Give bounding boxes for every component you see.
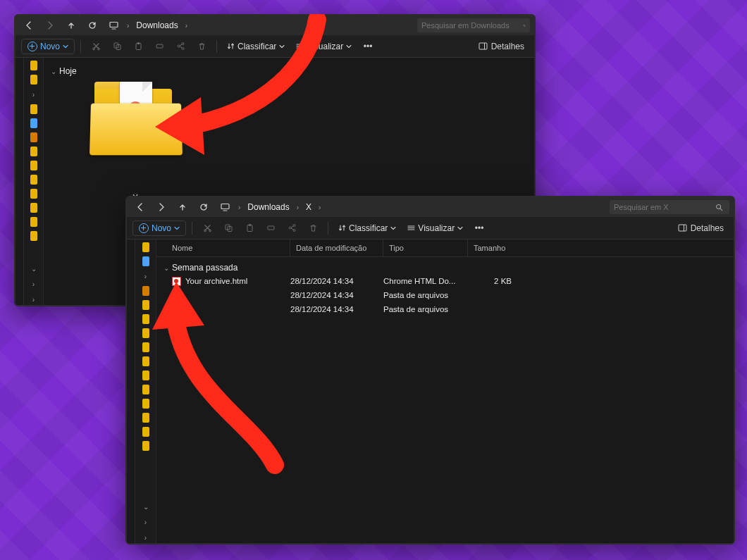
nav-item[interactable] xyxy=(30,175,37,185)
sort-button[interactable]: Classificar xyxy=(334,222,400,235)
nav-item[interactable] xyxy=(30,118,37,128)
search-input[interactable] xyxy=(421,21,519,30)
nav-item[interactable] xyxy=(30,147,37,156)
share-icon[interactable] xyxy=(171,39,190,54)
paste-icon[interactable] xyxy=(240,220,259,236)
svg-point-22 xyxy=(293,225,295,227)
file-size: 2 KB xyxy=(468,277,517,285)
file-row[interactable]: 28/12/2024 14:34Pasta de arquivos xyxy=(156,288,734,302)
cut-icon[interactable] xyxy=(87,39,105,54)
nav-item[interactable] xyxy=(142,328,149,338)
new-label: Novo xyxy=(40,42,60,51)
nav-item[interactable] xyxy=(30,132,37,142)
nav-item[interactable] xyxy=(142,399,149,409)
column-headers[interactable]: Nome Data de modificação Tipo Tamanho xyxy=(156,239,734,257)
search-input[interactable] xyxy=(614,203,711,211)
more-icon[interactable]: ••• xyxy=(470,220,488,236)
nav-item[interactable] xyxy=(142,441,149,451)
search-box[interactable] xyxy=(610,200,729,214)
nav-item[interactable] xyxy=(142,342,149,352)
nav-item[interactable] xyxy=(30,217,37,227)
this-pc-icon[interactable] xyxy=(104,18,123,33)
copy-icon[interactable] xyxy=(108,39,126,54)
nav-item[interactable] xyxy=(30,231,37,241)
sort-button[interactable]: Classificar xyxy=(223,40,289,53)
new-label: Novo xyxy=(152,223,171,233)
nav-item[interactable] xyxy=(142,356,149,366)
rename-icon[interactable] xyxy=(150,39,168,54)
svg-point-23 xyxy=(289,227,291,229)
view-label: Visualizar xyxy=(418,223,455,233)
svg-point-1 xyxy=(524,25,525,26)
back-button[interactable] xyxy=(131,199,149,215)
search-box[interactable] xyxy=(417,18,530,32)
nav-item[interactable] xyxy=(142,427,149,437)
column-type[interactable]: Tipo xyxy=(383,239,468,256)
details-pane-button[interactable]: Detalhes xyxy=(674,222,728,235)
refresh-button[interactable] xyxy=(83,18,101,33)
nav-item[interactable] xyxy=(30,161,37,170)
expand-chevron-icon[interactable]: › xyxy=(24,294,43,305)
separator xyxy=(80,40,81,53)
file-row[interactable]: 28/12/2024 14:34Pasta de arquivos xyxy=(156,302,734,316)
nav-item[interactable] xyxy=(142,256,149,266)
this-pc-icon[interactable] xyxy=(216,199,234,215)
view-button[interactable]: Visualizar xyxy=(403,222,467,235)
file-row[interactable]: Your archive.html28/12/2024 14:34Chrome … xyxy=(156,274,734,288)
nav-item[interactable] xyxy=(30,189,37,199)
new-button[interactable]: Novo xyxy=(132,220,186,236)
nav-bar: › Downloads › X › xyxy=(127,197,734,217)
nav-item[interactable] xyxy=(30,61,37,70)
breadcrumb-downloads[interactable]: Downloads xyxy=(245,201,292,213)
forward-button[interactable] xyxy=(152,199,171,215)
expand-chevron-icon[interactable]: › xyxy=(24,89,43,100)
folder-item[interactable]: X xyxy=(83,85,189,155)
copy-icon[interactable] xyxy=(219,220,237,236)
nav-item[interactable] xyxy=(142,371,149,380)
group-header[interactable]: ⌄ Semana passada xyxy=(156,260,734,274)
nav-item[interactable] xyxy=(142,385,149,394)
details-pane-button[interactable]: Detalhes xyxy=(474,40,529,53)
column-size[interactable]: Tamanho xyxy=(468,239,517,256)
nav-item[interactable] xyxy=(142,242,149,252)
expand-chevron-icon[interactable]: › xyxy=(135,516,156,528)
breadcrumb-downloads[interactable]: Downloads xyxy=(133,19,180,32)
delete-icon[interactable] xyxy=(192,39,211,54)
delete-icon[interactable] xyxy=(304,220,322,236)
refresh-button[interactable] xyxy=(195,199,213,215)
paste-icon[interactable] xyxy=(129,39,147,54)
expand-chevron-icon[interactable]: ⌄ xyxy=(135,501,156,512)
chevron-down-icon xyxy=(457,225,463,231)
nav-tree[interactable]: ›⌄›› xyxy=(135,239,156,543)
nav-tree[interactable]: ›⌄›› xyxy=(24,58,44,305)
view-button[interactable]: Visualizar xyxy=(292,40,356,53)
scroll-gutter xyxy=(127,239,135,543)
nav-item[interactable] xyxy=(30,203,37,213)
toolbar: Novo Classificar Visualizar ••• Detalhes xyxy=(127,217,734,239)
nav-item[interactable] xyxy=(142,314,149,324)
expand-chevron-icon[interactable]: › xyxy=(135,270,156,282)
forward-button[interactable] xyxy=(41,18,59,33)
up-button[interactable] xyxy=(62,18,80,33)
rename-icon[interactable] xyxy=(261,220,280,236)
view-icon xyxy=(296,42,304,50)
cut-icon[interactable] xyxy=(198,220,216,236)
breadcrumb-x[interactable]: X xyxy=(303,201,314,213)
back-button[interactable] xyxy=(20,18,38,33)
nav-item[interactable] xyxy=(142,413,149,423)
share-icon[interactable] xyxy=(283,220,301,236)
column-name[interactable]: Nome xyxy=(156,239,290,256)
nav-item[interactable] xyxy=(142,286,149,296)
nav-item[interactable] xyxy=(30,104,37,114)
folder-view[interactable]: Nome Data de modificação Tipo Tamanho ⌄ … xyxy=(156,239,734,543)
new-button[interactable]: Novo xyxy=(21,39,75,54)
expand-chevron-icon[interactable]: ⌄ xyxy=(24,263,43,274)
up-button[interactable] xyxy=(173,199,192,215)
group-header[interactable]: ⌄ Hoje xyxy=(51,63,527,79)
nav-item[interactable] xyxy=(30,75,37,85)
nav-item[interactable] xyxy=(142,300,149,310)
more-icon[interactable]: ••• xyxy=(359,39,377,54)
expand-chevron-icon[interactable]: › xyxy=(24,278,43,290)
expand-chevron-icon[interactable]: › xyxy=(135,532,156,543)
column-modified[interactable]: Data de modificação xyxy=(290,239,383,256)
